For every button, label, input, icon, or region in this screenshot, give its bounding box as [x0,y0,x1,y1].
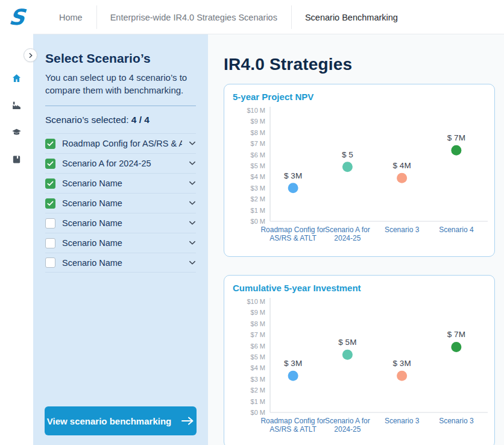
select-scenario-panel: Select Scenario’s You can select up to 4… [33,34,208,445]
point-value-label: $ 3M [284,171,302,180]
scenario-checkbox[interactable] [45,178,55,189]
view-benchmarking-label: View scenario benchmarking [47,416,171,426]
x-category-label: Scenario A for [325,417,370,425]
point-value-label: $ 4M [393,161,411,170]
data-point[interactable] [397,371,407,381]
panel-title: Select Scenario’s [45,51,196,66]
graduation-cap-icon[interactable] [10,125,24,139]
y-tick-label: $2 M [251,195,265,203]
check-icon [47,181,54,186]
check-icon [47,161,54,166]
scenario-label: Scenario Name [62,258,182,268]
panel-collapse-button[interactable] [24,48,37,62]
check-icon [47,201,54,206]
nav-tab-enterprise-wide-ir4-0-strategies-scenarios[interactable]: Enterprise-wide IR4.0 Strategies Scenari… [96,0,291,34]
app-logo[interactable]: S [0,0,33,34]
y-tick-label: $5 M [251,353,265,361]
notebook-icon[interactable] [10,152,24,166]
selected-count-value: 4 / 4 [131,115,150,125]
x-category-label: Scenario 4 [439,226,474,234]
x-category-label: 2024-25 [334,425,361,434]
scenario-checkbox[interactable] [45,159,55,169]
data-point[interactable] [342,350,353,360]
x-category-label: 2024-25 [334,234,361,242]
scenario-row[interactable]: Roadmap Config for AS/RS & ATLT [45,133,196,153]
y-tick-label: $1 M [251,207,265,214]
view-benchmarking-button[interactable]: View scenario benchmarking [45,406,197,435]
y-tick-label: $9 M [251,118,265,125]
data-point[interactable] [342,162,353,172]
factory-icon[interactable] [10,98,24,112]
chevron-down-icon[interactable] [189,181,196,186]
page-title: IR4.0 Strategies [224,55,495,74]
scenario-row[interactable]: Scenario Name [45,173,196,193]
x-category-label: Scenario 3 [385,417,420,425]
chevron-down-icon[interactable] [189,161,196,166]
data-point[interactable] [397,173,407,183]
arrow-right-icon [181,416,194,426]
chevron-down-icon[interactable] [189,201,196,206]
scenario-row[interactable]: Scenario Name [45,213,196,233]
y-tick-label: $8 M [251,320,265,327]
x-category-label: AS/RS & ATLT [269,234,317,242]
data-point[interactable] [451,145,461,156]
data-point[interactable] [288,183,298,193]
data-point[interactable] [288,371,298,381]
panel-description: You can select up to 4 scenario’s to com… [45,72,196,96]
scenario-label: Scenario A for 2024-25 [62,159,182,168]
chart-card: Cumulative 5-year Investment$10 M$9 M$8 … [224,275,495,445]
scenario-label: Roadmap Config for AS/RS & ATLT [62,139,182,148]
y-tick-label: $8 M [251,129,265,136]
y-tick-label: $7 M [251,140,265,147]
logo-s-icon: S [8,7,26,28]
chevron-down-icon[interactable] [189,141,196,146]
y-tick-label: $9 M [251,309,265,316]
y-tick-label: $2 M [251,387,265,394]
scenario-list: Roadmap Config for AS/RS & ATLTScenario … [45,133,196,273]
scenario-checkbox[interactable] [45,257,55,268]
check-icon [47,141,54,147]
scenario-checkbox[interactable] [45,139,55,149]
scenario-row[interactable]: Scenario Name [45,253,196,273]
chart-card: 5-year Project NPV$10 M$9 M$8 M$7 M$6 M$… [224,84,495,257]
home-icon[interactable] [10,71,24,85]
point-value-label: $ 3M [393,359,411,368]
y-tick-label: $3 M [251,376,265,383]
y-tick-label: $1 M [251,398,265,405]
point-value-label: $ 3M [284,359,302,368]
x-category-label: AS/RS & ATLT [269,425,317,434]
point-value-label: $ 7M [447,330,465,339]
nav-tabs: HomeEnterprise-wide IR4.0 Strategies Sce… [45,0,412,34]
chevron-right-icon [28,52,34,58]
chevron-down-icon[interactable] [189,241,196,245]
scenario-row[interactable]: Scenario Name [45,233,196,253]
y-tick-label: $0 M [251,218,265,225]
selected-count-label: Scenario’s selected: [45,115,128,125]
y-tick-label: $5 M [251,162,265,169]
scenario-row[interactable]: Scenario Name [45,193,196,213]
chart-title: Cumulative 5-year Investment [233,283,488,293]
scatter-chart: $10 M$9 M$8 M$7 M$6 M$5 M$4 M$3 M$2 M$1 … [233,103,488,253]
chevron-down-icon[interactable] [189,221,196,226]
app-body: Select Scenario’s You can select up to 4… [0,34,504,445]
y-tick-label: $6 M [251,342,265,350]
nav-tab-home[interactable]: Home [45,0,96,34]
data-point[interactable] [451,342,461,352]
scenario-checkbox[interactable] [45,218,55,229]
icon-sidebar [0,34,33,445]
y-tick-label: $4 M [251,364,265,371]
chevron-down-icon[interactable] [189,260,196,265]
scenario-row[interactable]: Scenario A for 2024-25 [45,153,196,173]
y-tick-label: $7 M [251,331,265,338]
scenario-checkbox[interactable] [45,238,55,248]
y-tick-label: $6 M [251,151,265,159]
scenario-label: Scenario Name [62,238,182,248]
scenario-checkbox[interactable] [45,198,55,209]
nav-tab-scenario-benchmarking[interactable]: Scenario Benchmarking [291,0,412,34]
scenario-label: Scenario Name [62,178,182,188]
chart-title: 5-year Project NPV [233,92,488,102]
panel-divider [45,106,196,106]
y-tick-label: $0 M [251,409,265,416]
point-value-label: $ 5M [338,338,356,347]
point-value-label: $ 5 [342,150,353,159]
